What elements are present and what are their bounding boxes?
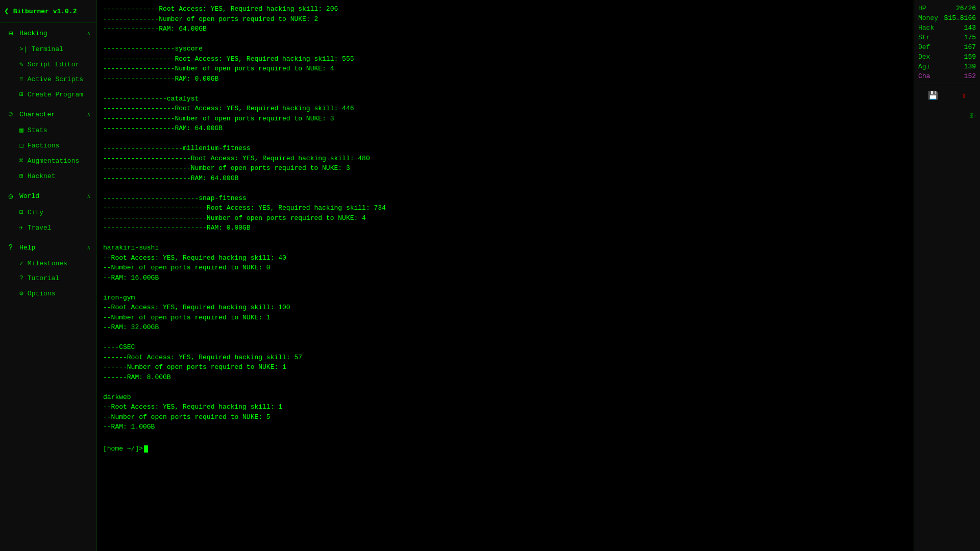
def-value: 167 [964, 43, 976, 51]
sidebar-item-milestones[interactable]: ✓ Milestones [0, 256, 96, 271]
sidebar-item-travel[interactable]: ✈ Travel [0, 220, 96, 235]
dex-label: Dex [918, 53, 930, 61]
dex-row: Dex 159 [918, 53, 976, 61]
stat-divider [918, 84, 976, 84]
terminal-line [103, 34, 908, 44]
cha-row: Cha 152 [918, 72, 976, 81]
cursor [144, 445, 148, 453]
nav-item-character[interactable]: ☺ Character ∧ [0, 106, 96, 122]
terminal-prompt[interactable]: [home ~/]> [103, 444, 908, 454]
terminal-line: --------------------------RAM: 0.00GB [103, 223, 908, 233]
sidebar-header: ❮ Bitburner v1.0.2 [0, 0, 96, 23]
options-label: Options [28, 290, 56, 297]
nav-item-world[interactable]: ◎ World ∧ [0, 188, 96, 205]
terminal-line [103, 233, 908, 243]
terminal-line: --Root Access: YES, Required hacking ski… [103, 303, 908, 313]
create-program-icon: ⊞ [19, 90, 23, 98]
terminal-line: --------------------millenium-fitness [103, 143, 908, 154]
terminal-line: ----------------catalyst [103, 94, 908, 104]
hp-current: 26/26 [956, 5, 976, 12]
terminal-line: --------------Number of open ports requi… [103, 14, 908, 24]
sidebar-item-factions[interactable]: ❑ Factions [0, 138, 96, 153]
eye-slash-icon[interactable]: 👁 [968, 112, 976, 121]
money-label: Money [918, 14, 938, 22]
sidebar-item-hacknet[interactable]: ⊞ Hacknet [0, 168, 96, 184]
milestones-label: Milestones [28, 260, 67, 267]
character-chevron: ∧ [87, 111, 90, 118]
hp-row: HP 26/26 [918, 4, 976, 13]
sidebar-item-augmentations[interactable]: ⌘ Augmentations [0, 153, 96, 168]
terminal-line: --------------Root Access: YES, Required… [103, 4, 908, 14]
terminal-line: ------------------Number of open ports r… [103, 64, 908, 74]
str-label: Str [918, 34, 930, 41]
terminal-line [103, 183, 908, 193]
terminal-line: iron-gym [103, 293, 908, 303]
sidebar-item-script-editor[interactable]: ✎ Script Editor [0, 57, 96, 72]
nav-label-world: World [19, 192, 83, 200]
terminal-line: --RAM: 32.00GB [103, 322, 908, 333]
terminal-line [103, 333, 908, 343]
hack-label: Hack [918, 24, 934, 32]
hacknet-icon: ⊞ [19, 172, 23, 180]
sidebar-item-terminal[interactable]: >| Terminal [0, 42, 96, 57]
help-chevron: ∧ [87, 244, 90, 251]
help-icon: ? [6, 243, 15, 252]
travel-label: Travel [28, 224, 52, 232]
nav-item-help[interactable]: ? Help ∧ [0, 239, 96, 256]
script-editor-icon: ✎ [19, 60, 23, 68]
nav-section-hacking: ⊟ Hacking ∧ >| Terminal ✎ Script Editor … [0, 23, 96, 104]
stats-label: Stats [28, 127, 47, 134]
create-program-label: Create Program [28, 91, 83, 98]
hacking-chevron: ∧ [87, 30, 90, 37]
terminal-line: ------RAM: 8.00GB [103, 372, 908, 383]
terminal-line: ------------------Root Access: YES, Requ… [103, 104, 908, 114]
agi-row: Agi 139 [918, 62, 976, 71]
script-editor-label: Script Editor [28, 61, 79, 68]
sidebar-item-active-scripts[interactable]: ≡ Active Scripts [0, 72, 96, 87]
terminal-line: ------------------syscore [103, 44, 908, 54]
terminal-line: ------------------------snap-fitness [103, 193, 908, 204]
hp-label: HP [918, 5, 926, 12]
milestones-icon: ✓ [19, 259, 23, 267]
terminal-line: --Root Access: YES, Required hacking ski… [103, 402, 908, 412]
terminal-line: ----------------------Number of open por… [103, 163, 908, 173]
factions-label: Factions [28, 142, 59, 149]
sidebar-item-options[interactable]: ⚙ Options [0, 286, 96, 301]
agi-value: 139 [964, 63, 976, 70]
terminal-line: --RAM: 16.00GB [103, 273, 908, 283]
terminal-line: ----------------------Root Access: YES, … [103, 154, 908, 164]
prompt-text: [home ~/]> [103, 444, 143, 454]
hack-value: 143 [964, 24, 976, 32]
sidebar-item-tutorial[interactable]: ? Tutorial [0, 271, 96, 286]
hacking-icon: ⊟ [6, 29, 15, 38]
nav-item-hacking[interactable]: ⊟ Hacking ∧ [0, 25, 96, 42]
save-icon[interactable]: 💾 [928, 90, 938, 101]
terminal-line: darkweb [103, 392, 908, 403]
sidebar-item-stats[interactable]: ▦ Stats [0, 122, 96, 138]
back-button[interactable]: ❮ [4, 6, 9, 16]
hack-row: Hack 143 [918, 23, 976, 32]
str-value: 175 [964, 34, 976, 41]
nav-label-character: Character [19, 111, 83, 118]
terminal-line: ----------------------RAM: 64.00GB [103, 173, 908, 184]
city-label: City [28, 209, 43, 216]
terminal-line: --Number of open ports required to NUKE:… [103, 263, 908, 273]
terminal-icon: >| [19, 45, 28, 53]
money-row: Money $15.8166 [918, 14, 976, 22]
terminal-line [103, 382, 908, 392]
sidebar-item-city[interactable]: ⊟ City [0, 205, 96, 220]
terminal-line: ----CSEC [103, 342, 908, 353]
terminal-line [103, 84, 908, 94]
nav-section-character: ☺ Character ∧ ▦ Stats ❑ Factions ⌘ Augme… [0, 104, 96, 186]
agi-label: Agi [918, 63, 930, 70]
travel-icon: ✈ [19, 223, 23, 232]
augmentations-icon: ⌘ [19, 157, 23, 165]
stat-icon-row: 💾 ⇧ [918, 90, 976, 101]
terminal-line: --Number of open ports required to NUKE:… [103, 313, 908, 323]
tutorial-icon: ? [19, 274, 23, 282]
sidebar-item-create-program[interactable]: ⊞ Create Program [0, 87, 96, 102]
terminal-line: ------------------RAM: 64.00GB [103, 123, 908, 134]
share-icon[interactable]: ⇧ [962, 90, 967, 101]
terminal-output[interactable]: --------------Root Access: YES, Required… [97, 0, 914, 551]
cha-label: Cha [918, 72, 930, 80]
